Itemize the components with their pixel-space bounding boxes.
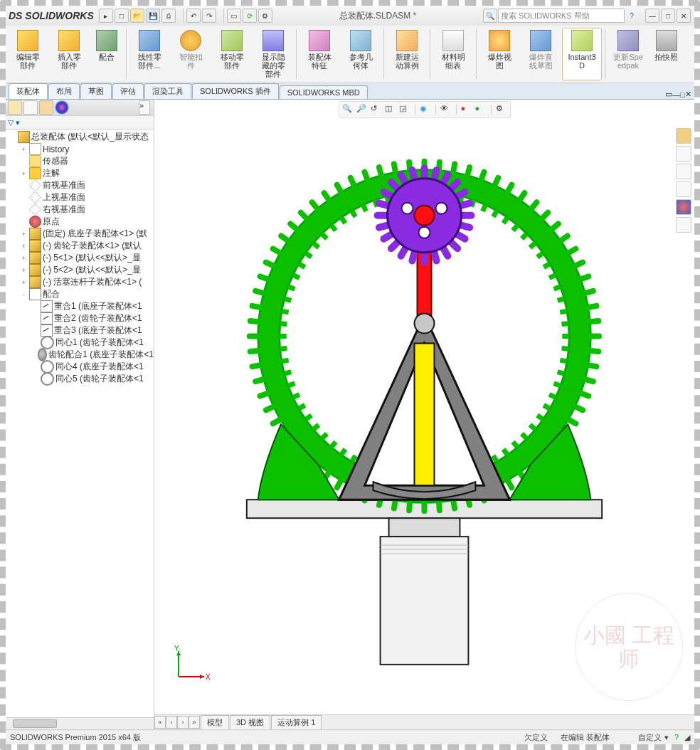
select-icon[interactable]: ▭ [227,9,241,23]
minimize-icon[interactable]: — [645,9,659,23]
undo-icon[interactable]: ↶ [186,9,201,23]
svg-line-147 [543,264,550,268]
fm-config-icon[interactable] [39,100,53,115]
svg-line-54 [301,213,307,218]
print-icon[interactable]: ⎙ [161,9,176,23]
svg-line-121 [288,287,295,289]
svg-line-150 [558,299,565,301]
help-icon[interactable]: ? [625,9,638,22]
tree-node[interactable]: 右视基准面 [6,204,154,216]
insert-part-button[interactable]: 插入零部件 [49,28,89,80]
tree-node[interactable]: 同心1 (齿轮子装配体<1 [6,337,154,349]
tab-first-icon[interactable]: « [154,716,166,729]
status-custom[interactable]: 自定义 [638,732,662,743]
tree-node[interactable]: +(固定) 底座子装配体<1> (默 [6,228,154,240]
speedpak-button[interactable]: 更新Speedpak [608,28,648,80]
tree-node[interactable]: 重合2 (齿轮子装配体<1 [6,312,154,324]
tree-node[interactable]: +(-) 齿轮子装配体<1> (默认 [6,240,154,252]
search-scope-icon[interactable]: 🔍 [483,9,497,23]
tree-node[interactable]: 总装配体 (默认<默认_显示状态 [6,131,154,143]
tab-assembly[interactable]: 装配体 [9,83,48,99]
tab-3dview[interactable]: 3D 视图 [230,715,270,730]
fm-tree-icon[interactable] [8,100,22,115]
tree-node[interactable]: 重合3 (底座子装配体<1 [6,324,154,337]
svg-line-56 [324,194,329,201]
status-grip-icon[interactable]: ◢ [684,733,690,742]
maximize-icon[interactable]: □ [661,9,675,23]
svg-line-91 [513,442,517,448]
instant3d-button[interactable]: Instant3D [562,28,602,80]
doc-min-icon[interactable]: ▭ [665,90,672,99]
edit-part-button[interactable]: 编辑零部件 [8,28,48,80]
menu-dropdown-icon[interactable]: ▸ [99,9,113,23]
tree-node[interactable]: 同心5 (齿轮子装配体<1 [6,373,154,385]
help-search-input[interactable]: 搜索 SOLIDWORKS 帮助 [498,9,625,23]
status-dropdown-icon[interactable]: ▾ [664,733,669,742]
tree-node[interactable]: +(-) 5<2> (默认<<默认>_显 [6,264,154,276]
tree-node[interactable]: 原点 [6,216,154,228]
tree-node[interactable]: 前视基准面 [6,179,154,191]
tree-node[interactable]: -配合 [6,288,154,300]
tab-model[interactable]: 模型 [201,715,229,730]
doc-max-icon[interactable]: □ [680,90,685,99]
svg-text:Y: Y [174,645,179,653]
rebuild-icon[interactable]: ⟳ [243,9,257,23]
open-icon[interactable]: 📂 [130,9,144,23]
tab-layout[interactable]: 布局 [48,83,80,99]
tab-last-icon[interactable]: » [189,716,200,729]
linear-pattern-button[interactable]: 线性零部件... [129,28,169,80]
options-icon[interactable]: ⚙ [258,9,272,23]
svg-line-14 [575,407,583,411]
graphics-viewport[interactable]: 🔍 🔎 ↺ ◫ ◲ ◉ 👁 ● ● ⚙ [154,100,694,729]
move-part-button[interactable]: 移动零部件 [212,28,252,80]
svg-line-79 [588,306,597,307]
tree-node[interactable]: +注解 [6,167,154,179]
tab-motion1[interactable]: 运动算例 1 [271,715,322,730]
fm-expand-icon[interactable]: » [139,100,150,115]
smart-fastener-button[interactable]: 智能扣件 [171,28,211,80]
new-icon[interactable]: □ [115,9,129,23]
fm-filter-row[interactable]: ▽ ▾ [6,116,154,130]
ref-geom-button[interactable]: 参考几何体 [341,28,381,80]
mate-button[interactable]: 配合 [90,28,123,80]
tab-prev-icon[interactable]: ‹ [166,716,177,729]
show-hide-button[interactable]: 显示隐藏的零部件 [253,28,293,80]
exploded-sketch-button[interactable]: 爆炸直线草图 [521,28,561,80]
tree-node[interactable]: 传感器 [6,155,154,167]
status-help-icon[interactable]: ? [674,733,679,741]
svg-line-148 [549,275,556,278]
tree-node[interactable]: 齿轮配合1 (底座子装配体<1 [6,349,154,361]
feature-tree[interactable]: 总装配体 (默认<默认_显示状态+History传感器+注解前视基准面上视基准面… [6,130,154,717]
status-definition: 欠定义 [524,732,548,743]
tree-node[interactable]: +(-) 5<1> (默认<<默认>_显 [6,252,154,264]
svg-line-44 [250,351,259,352]
tree-node[interactable]: +(-) 活塞连杆子装配体<1> ( [6,276,154,288]
svg-line-172 [401,175,406,184]
bom-button[interactable]: 材料明细表 [433,28,473,80]
exploded-button[interactable]: 爆炸视图 [479,28,519,80]
tab-addins[interactable]: SOLIDWORKS 插件 [192,83,279,99]
tree-node[interactable]: +History [6,143,154,155]
new-motion-button[interactable]: 新建运动算例 [387,28,427,80]
tab-next-icon[interactable]: › [177,716,189,729]
doc-restore-icon[interactable]: — [672,90,680,99]
snapshot-button[interactable]: 拍快照 [649,28,683,80]
tree-node[interactable]: 同心4 (底座子装配体<1 [6,361,154,373]
doc-close-icon[interactable]: ✕ [685,90,691,99]
fm-display-icon[interactable] [55,100,69,115]
tab-sketch[interactable]: 草图 [80,83,112,99]
asm-feature-button[interactable]: 装配体特征 [299,28,339,80]
redo-icon[interactable]: ↷ [202,9,216,23]
tree-node[interactable]: 上视基准面 [6,191,154,204]
fm-property-icon[interactable] [23,100,38,115]
status-bar: SOLIDWORKS Premium 2015 x64 版 欠定义 在编辑 装配… [6,729,694,744]
close-icon[interactable]: ✕ [677,9,691,23]
tab-evaluate[interactable]: 评估 [112,83,144,99]
svg-line-114 [285,372,292,374]
tab-render[interactable]: 渲染工具 [144,83,191,99]
tree-node[interactable]: 重合1 (底座子装配体<1 [6,300,154,312]
save-icon[interactable]: 💾 [146,9,160,23]
tab-mbd[interactable]: SOLIDWORKS MBD [280,85,368,99]
svg-line-128 [341,218,346,223]
fm-scrollbar[interactable] [6,717,154,729]
